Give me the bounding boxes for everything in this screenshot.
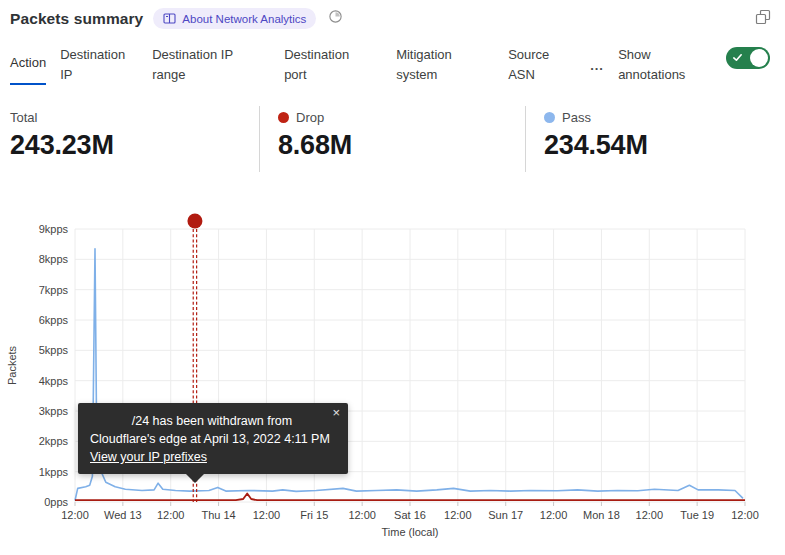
annotation-text-line1: /24 has been withdrawn from [90, 412, 334, 430]
tab-mitigation-system[interactable]: Mitigation system [396, 45, 476, 85]
tab-destination-ip[interactable]: Destination IP [60, 45, 136, 85]
tab-action[interactable]: Action [10, 53, 46, 85]
packets-time-series-chart[interactable]: 0pps1kpps2kpps3kpps4kpps5kpps6kpps7kpps8… [0, 205, 785, 555]
svg-text:12:00: 12:00 [444, 509, 472, 521]
svg-text:4kpps: 4kpps [39, 375, 69, 387]
stat-pass-value: 234.54M [544, 130, 778, 161]
svg-text:12:00: 12:00 [540, 509, 568, 521]
toggle-knob [750, 49, 768, 67]
annotation-tooltip: × /24 has been withdrawn from Cloudflare… [78, 403, 348, 474]
svg-text:Time (local): Time (local) [381, 526, 438, 538]
about-badge-label: About Network Analytics [182, 13, 306, 25]
svg-text:3kpps: 3kpps [39, 405, 69, 417]
expand-icon[interactable] [755, 9, 771, 29]
svg-text:12:00: 12:00 [636, 509, 664, 521]
svg-text:Thu 14: Thu 14 [201, 509, 235, 521]
stat-total-label: Total [10, 110, 37, 125]
show-annotations-toggle[interactable] [726, 47, 770, 69]
page-title: Packets summary [10, 10, 143, 28]
svg-text:Packets: Packets [6, 345, 18, 385]
stat-drop-value: 8.68M [278, 130, 525, 161]
tooltip-caret [186, 474, 204, 483]
svg-text:12:00: 12:00 [61, 509, 89, 521]
svg-text:5kpps: 5kpps [39, 344, 69, 356]
about-network-analytics-badge[interactable]: About Network Analytics [153, 8, 316, 29]
stat-pass: Pass 234.54M [525, 106, 778, 172]
stat-drop-label: Drop [296, 110, 324, 125]
drop-dot-icon [278, 112, 289, 123]
svg-text:9kpps: 9kpps [39, 223, 69, 235]
stat-pass-label: Pass [562, 110, 591, 125]
svg-text:Mon 18: Mon 18 [583, 509, 620, 521]
svg-text:12:00: 12:00 [253, 509, 281, 521]
svg-text:8kpps: 8kpps [39, 253, 69, 265]
svg-text:12:00: 12:00 [731, 509, 759, 521]
svg-text:Sun 17: Sun 17 [488, 509, 523, 521]
svg-text:12:00: 12:00 [348, 509, 376, 521]
check-icon [732, 52, 743, 63]
pass-dot-icon [544, 112, 555, 123]
clock-icon[interactable] [328, 9, 343, 28]
more-tabs-button[interactable]: ... [590, 56, 608, 85]
svg-text:Tue 19: Tue 19 [680, 509, 714, 521]
card-header: Packets summary About Network Analytics [10, 8, 741, 29]
svg-text:6kpps: 6kpps [39, 314, 69, 326]
stat-drop: Drop 8.68M [259, 106, 525, 172]
tab-destination-port[interactable]: Destination port [284, 45, 366, 85]
dimension-tab-bar: Action Destination IP Destination IP ran… [10, 45, 778, 85]
tab-source-asn[interactable]: Source ASN [508, 45, 564, 85]
svg-text:7kpps: 7kpps [39, 284, 69, 296]
close-icon[interactable]: × [332, 406, 340, 419]
stat-total-value: 243.23M [10, 130, 259, 161]
svg-text:1kpps: 1kpps [39, 466, 69, 478]
chart-canvas: 0pps1kpps2kpps3kpps4kpps5kpps6kpps7kpps8… [0, 205, 785, 555]
svg-text:Sat 16: Sat 16 [394, 509, 426, 521]
book-icon [163, 13, 176, 24]
view-ip-prefixes-link[interactable]: View your IP prefixes [90, 450, 207, 464]
annotation-text-line2: Cloudflare's edge at April 13, 2022 4:11… [90, 430, 334, 448]
svg-text:Wed 13: Wed 13 [104, 509, 142, 521]
svg-text:12:00: 12:00 [157, 509, 185, 521]
tab-destination-ip-range[interactable]: Destination IP range [152, 45, 247, 85]
svg-text:2kpps: 2kpps [39, 435, 69, 447]
svg-text:0pps: 0pps [44, 496, 68, 508]
svg-text:Fri 15: Fri 15 [300, 509, 328, 521]
summary-stats-row: Total 243.23M Drop 8.68M Pass 234.54M [10, 106, 778, 172]
show-annotations-label: Show annotations [618, 45, 704, 85]
stat-total: Total 243.23M [10, 106, 259, 172]
